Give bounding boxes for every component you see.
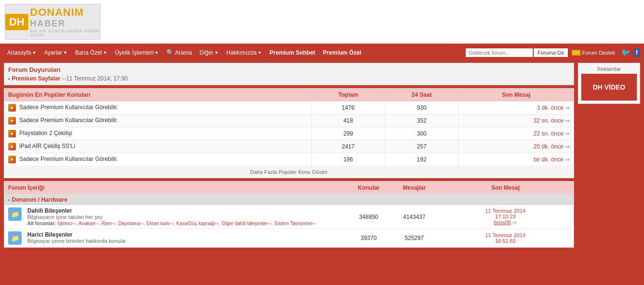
logo-tagline: SIK SIK GÜNCELLENEN HABER SİTESİ bbox=[30, 29, 100, 37]
popular-row: ▶ iPad AİR Çekiliş SS'Li 2417 257 20 dk.… bbox=[4, 140, 574, 153]
forum-title-link[interactable]: Dahili Bileşenler bbox=[27, 207, 72, 214]
popular-row-sonmesaj: bir dk. önce ⇒ bbox=[459, 153, 574, 166]
popular-topics-table: Bugünün En Popüler Konuları Toplam 24 Sa… bbox=[4, 88, 574, 178]
more-topics-row: Daha Fazla Popüler Konu Göster bbox=[4, 166, 574, 178]
forum-search-input[interactable] bbox=[466, 48, 533, 57]
popular-col-sonmesaj: Son Mesaj bbox=[459, 89, 574, 102]
popular-row-24saat: 300 bbox=[385, 127, 459, 140]
subforum-link[interactable]: Diğer dahili bileşenler bbox=[222, 221, 268, 226]
nav-uyelik-arrow: ▼ bbox=[154, 50, 159, 55]
forum-support-link[interactable]: DH Forum Destek bbox=[569, 48, 618, 57]
topic-arrow-icon: ⇒ bbox=[565, 117, 570, 124]
nav-hakkimizda-arrow: ▼ bbox=[258, 50, 262, 55]
subforum-link[interactable]: Sistem Tavsiyeleri bbox=[274, 221, 312, 226]
logo-dh-icon: DH bbox=[5, 14, 28, 30]
sidebar: Reklamlar DH VİDEO bbox=[578, 63, 640, 248]
search-icon: 🔍 bbox=[166, 49, 174, 56]
duyuru-item: ▪ Premium Sayfalar --11 Temmuz 2014; 17:… bbox=[8, 75, 570, 82]
popular-row-24saat: 352 bbox=[385, 114, 459, 127]
subforum-link[interactable]: Kasa/Güç kaynağı bbox=[176, 221, 216, 226]
logo-name-bottom: HABER bbox=[30, 19, 100, 29]
popular-row-sonmesaj: 22 sn. önce ⇒ bbox=[459, 127, 574, 140]
popular-row-toplam: 2417 bbox=[311, 140, 385, 153]
popular-row-link[interactable]: Sadece Premium Kullanıcılar Görebilir. bbox=[19, 156, 118, 162]
lastpost-date: 11 Temmuz 2014 bbox=[441, 232, 570, 238]
topic-arrow-icon: ⇒ bbox=[565, 143, 570, 150]
support-icon: DH bbox=[572, 50, 581, 56]
popular-row-title: ▶ Playstation 2 Çekilişi bbox=[4, 127, 312, 140]
twitter-link[interactable]: 🐦 bbox=[619, 47, 632, 58]
section-toggle[interactable]: ▪ bbox=[8, 197, 10, 203]
forum-row-mesajlar: 4143437 bbox=[391, 205, 437, 229]
forum-row-lastpost: 11 Temmuz 2014 17:10:23 boss06 ⇒ bbox=[437, 205, 574, 229]
popular-row-24saat: 257 bbox=[385, 140, 459, 153]
lastpost-user-link[interactable]: boss06 bbox=[494, 219, 511, 225]
forum-row-title-cell: 📁 Dahili Bileşenler Bilgisayarın içine t… bbox=[4, 205, 346, 229]
topic-arrow-icon: ⇒ bbox=[565, 156, 570, 163]
forum-go-button[interactable]: Foruma Git bbox=[534, 48, 568, 57]
forum-table: Forum İçeriği Konular Mesajlar Son Mesaj… bbox=[4, 181, 574, 248]
lastpost-time: 16:51:53 bbox=[441, 238, 570, 244]
subforum-link[interactable]: Ekran kartı bbox=[147, 221, 170, 226]
duyuru-box: Forum Duyuruları ▪ Premium Sayfalar --11… bbox=[4, 63, 574, 85]
nav-anasayfa[interactable]: Anasayfa ▼ bbox=[4, 47, 40, 58]
popular-col-toplam: Toplam bbox=[311, 89, 385, 102]
section-title-link[interactable]: Donanım / Hardware bbox=[12, 196, 68, 203]
duyuru-date: --11 Temmuz 2014; 17:30 bbox=[62, 75, 128, 82]
forum-row-konular: 39370 bbox=[346, 229, 391, 248]
forum-title-link[interactable]: Harici Bileşenler bbox=[27, 231, 72, 238]
popular-row-toplam: 299 bbox=[311, 127, 385, 140]
nav-premium-ozel[interactable]: Premium Özel bbox=[320, 47, 365, 58]
nav-arama[interactable]: 🔍 Arama bbox=[163, 47, 195, 58]
forum-row: 📁 Dahili Bileşenler Bilgisayarın içine t… bbox=[4, 205, 574, 229]
popular-row-link[interactable]: Sadece Premium Kullanıcılar Görebilir. bbox=[19, 104, 118, 111]
forum-row-mesajlar: 525297 bbox=[391, 229, 437, 248]
popular-row-toplam: 1476 bbox=[311, 102, 385, 114]
subforum-link[interactable]: Depolama bbox=[118, 221, 140, 226]
popular-row: ▶ Sadece Premium Kullanıcılar Görebilir.… bbox=[4, 102, 574, 114]
more-topics-link[interactable]: Daha Fazla Popüler Konu Göster bbox=[250, 169, 328, 175]
lastpost-date: 11 Temmuz 2014 bbox=[441, 208, 570, 214]
popular-row-toplam: 196 bbox=[311, 153, 385, 166]
sidebar-reklamlar: Reklamlar DH VİDEO bbox=[578, 63, 640, 104]
popular-row-link[interactable]: Playstation 2 Çekilişi bbox=[19, 130, 72, 137]
forum-desc: Bilgisayarın içine takılan her şey bbox=[27, 214, 316, 220]
topic-icon: ▶ bbox=[8, 117, 16, 125]
topic-icon: ▶ bbox=[8, 104, 16, 112]
popular-row-link[interactable]: iPad AİR Çekiliş SS'Li bbox=[19, 143, 75, 149]
dh-video-button[interactable]: DH VİDEO bbox=[581, 74, 637, 101]
nav-diger[interactable]: Diğer ▼ bbox=[196, 47, 222, 58]
popular-row-24saat: 192 bbox=[385, 153, 459, 166]
topic-icon: ▶ bbox=[8, 143, 16, 150]
subforum-link[interactable]: Ram bbox=[102, 221, 112, 226]
forum-col-icerik: Forum İçeriği bbox=[4, 182, 346, 194]
duyuru-title: Forum Duyuruları bbox=[8, 66, 570, 73]
nav-hakkimizda[interactable]: Hakkımızda ▼ bbox=[223, 47, 265, 58]
forum-col-konular: Konular bbox=[346, 182, 391, 194]
facebook-link[interactable]: f bbox=[633, 48, 640, 57]
alt-forumlar-label: Alt forumlar: bbox=[27, 221, 56, 226]
forum-folder-icon: 📁 bbox=[8, 231, 22, 245]
popular-row-title: ▶ Sadece Premium Kullanıcılar Görebilir. bbox=[4, 114, 312, 127]
nav-premium-sohbet[interactable]: Premium Sohbet bbox=[266, 47, 319, 58]
nav-bana-ozel[interactable]: Bana Özel ▼ bbox=[72, 47, 111, 58]
nav-uyelik[interactable]: Üyelik İşlemleri ▼ bbox=[112, 47, 162, 58]
topic-arrow-icon: ⇒ bbox=[565, 104, 570, 111]
popular-row-title: ▶ iPad AİR Çekiliş SS'Li bbox=[4, 140, 312, 153]
popular-row-link[interactable]: Sadece Premium Kullanıcılar Görebilir. bbox=[19, 117, 118, 124]
nav-ayarlar[interactable]: Ayarlar ▼ bbox=[41, 47, 71, 58]
subforum-link[interactable]: Anakart bbox=[79, 221, 95, 226]
lastpost-arrow: ⇒ bbox=[512, 219, 517, 225]
duyuru-link[interactable]: Premium Sayfalar bbox=[12, 75, 60, 82]
forum-folder-icon: 📁 bbox=[8, 207, 22, 221]
forum-row: 📁 Harici Bileşenler Bilgisayar çevre bir… bbox=[4, 229, 574, 248]
subforum-link[interactable]: İşlemci bbox=[58, 221, 72, 226]
forum-desc: Bilgisayar çevre birimleri hakkında konu… bbox=[27, 238, 126, 244]
popular-col-24saat: 24 Saat bbox=[385, 89, 459, 102]
popular-row-toplam: 418 bbox=[311, 114, 385, 127]
popular-row-title: ▶ Sadece Premium Kullanıcılar Görebilir. bbox=[4, 153, 312, 166]
forum-row-title-cell: 📁 Harici Bileşenler Bilgisayar çevre bir… bbox=[4, 229, 346, 248]
nav-bana-ozel-arrow: ▼ bbox=[103, 50, 107, 55]
popular-row-sonmesaj: 20 dk. önce ⇒ bbox=[459, 140, 574, 153]
forum-row-konular: 348850 bbox=[346, 205, 391, 229]
